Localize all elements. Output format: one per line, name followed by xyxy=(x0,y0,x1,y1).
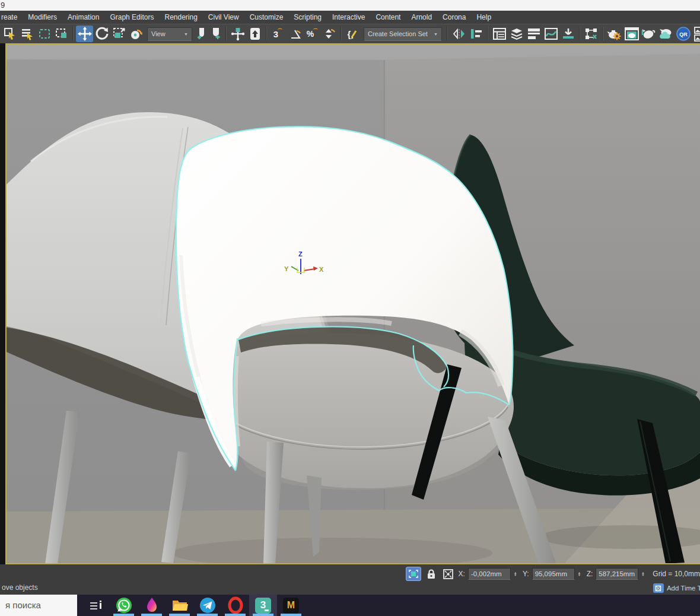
add-time-tag-button[interactable]: Add Time Tag xyxy=(653,583,700,593)
rotate-icon xyxy=(95,27,109,41)
menu-graph-editors[interactable]: Graph Editors xyxy=(104,11,159,24)
toolbar-separator xyxy=(579,27,580,41)
menu-customize[interactable]: Customize xyxy=(244,11,289,24)
menu-animation[interactable]: Animation xyxy=(62,11,104,24)
taskbar-search-input[interactable]: я поиска xyxy=(0,595,77,616)
menu-arnold[interactable]: Arnold xyxy=(406,11,437,24)
keyboard-shortcut-override-button[interactable] xyxy=(246,26,263,42)
taskbar-app-opera[interactable] xyxy=(221,595,249,616)
schematic-view-button[interactable] xyxy=(583,26,600,42)
render-quality-button[interactable]: QR xyxy=(674,26,692,42)
time-tag-icon xyxy=(653,583,664,593)
toggle-ribbon-button[interactable] xyxy=(525,26,542,42)
qr-label: QR xyxy=(679,31,688,37)
task-view-button[interactable] xyxy=(82,595,110,616)
qr-render-icon: QR xyxy=(676,26,691,42)
grid-spacing-label: Grid = 10,0mm xyxy=(653,570,700,578)
select-object-icon xyxy=(4,27,17,40)
select-and-manipulate-button[interactable] xyxy=(229,26,246,42)
running-indicator xyxy=(281,614,301,616)
edit-named-selection-sets-button[interactable]: { xyxy=(344,26,361,42)
selection-center-icon xyxy=(210,27,222,41)
manipulate-icon xyxy=(231,27,245,41)
align-button[interactable] xyxy=(467,26,485,42)
render-to-texture-button[interactable] xyxy=(559,26,577,42)
percent-snap-button[interactable]: % ⌒ xyxy=(304,26,321,42)
menu-corona[interactable]: Corona xyxy=(437,11,471,24)
add-time-tag-label: Add Time Tag xyxy=(667,585,700,592)
taskbar-app-paint-drop[interactable] xyxy=(138,595,166,616)
opera-icon xyxy=(227,596,244,614)
named-selection-set-value: Create Selection Set xyxy=(368,30,429,37)
y-coord-spinner[interactable]: ▲▼ xyxy=(578,569,584,579)
selection-region-icon xyxy=(38,27,51,40)
whatsapp-icon xyxy=(115,596,133,614)
mirror-icon xyxy=(452,27,466,40)
selection-lock-toggle[interactable] xyxy=(424,567,438,580)
x-coord-spinner[interactable]: ▲▼ xyxy=(514,569,520,579)
menu-content[interactable]: Content xyxy=(370,11,406,24)
toggle-scene-explorer-button[interactable] xyxy=(491,26,508,42)
align-icon xyxy=(469,27,483,40)
named-selection-set-dropdown[interactable]: Create Selection Set ▼ xyxy=(364,27,442,41)
toolbar-separator xyxy=(447,27,448,41)
window-title-fragment: 9 xyxy=(1,1,5,9)
snap-toggle-3d-button[interactable]: 3 ⌒ xyxy=(269,26,287,42)
taskbar-app-file-explorer[interactable] xyxy=(166,595,193,616)
render-in-cloud-button[interactable] xyxy=(657,26,674,42)
m-app-icon: M xyxy=(283,598,299,614)
y-coord-field[interactable]: 95,095mm xyxy=(532,568,575,580)
z-coord-field[interactable]: 587,215mm xyxy=(596,568,638,580)
menu-create[interactable]: reate xyxy=(0,11,23,24)
window-crossing-button[interactable] xyxy=(53,26,70,42)
perspective-viewport[interactable]: Z X Y xyxy=(0,43,700,564)
state-sets-button[interactable] xyxy=(692,26,700,42)
menu-civil-view[interactable]: Civil View xyxy=(203,11,244,24)
isolate-selection-toggle[interactable] xyxy=(406,567,421,581)
running-indicator xyxy=(253,614,273,616)
select-and-rotate-button[interactable] xyxy=(93,26,110,42)
use-selection-center-button[interactable] xyxy=(209,26,223,42)
snap-magnet-icon: ⌒ xyxy=(277,27,282,35)
taskbar-app-m[interactable]: M xyxy=(277,595,305,616)
menu-help[interactable]: Help xyxy=(471,11,497,24)
menu-interactive[interactable]: Interactive xyxy=(327,11,370,24)
move-icon xyxy=(78,27,92,41)
pencil-icon xyxy=(351,28,358,39)
isolate-selection-icon xyxy=(409,570,418,578)
keyboard-override-icon xyxy=(248,27,262,41)
taskbar-app-telegram[interactable] xyxy=(193,595,221,616)
viewport-scene: Z X Y xyxy=(0,43,700,564)
rendered-frame-window-button[interactable] xyxy=(640,26,657,42)
reference-coordinate-dropdown[interactable]: View ▼ xyxy=(147,27,192,41)
x-coord-value: -0,002mm xyxy=(471,570,502,577)
status-bar: X: -0,002mm ▲▼ Y: 95,095mm ▲▼ Z: 587,215… xyxy=(0,564,700,595)
z-coord-spinner[interactable]: ▲▼ xyxy=(641,569,647,579)
rendered-frame-teapot-icon xyxy=(641,27,657,41)
mirror-button[interactable] xyxy=(450,26,467,42)
select-and-scale-button[interactable] xyxy=(110,26,128,42)
absolute-offset-mode-toggle[interactable] xyxy=(441,567,456,580)
select-and-move-button[interactable] xyxy=(76,26,93,42)
running-indicator xyxy=(113,614,134,616)
running-indicator xyxy=(141,614,162,616)
select-and-place-button[interactable] xyxy=(128,26,145,42)
angle-snap-button[interactable] xyxy=(287,26,304,42)
selection-region-button[interactable] xyxy=(36,26,53,42)
x-coord-field[interactable]: -0,002mm xyxy=(468,568,511,580)
taskbar-app-whatsapp[interactable] xyxy=(110,595,138,616)
material-editor-button[interactable] xyxy=(606,26,623,42)
spinner-snap-button[interactable] xyxy=(321,26,338,42)
menu-rendering[interactable]: Rendering xyxy=(159,11,202,24)
use-pivot-point-center-button[interactable] xyxy=(195,26,209,42)
main-toolbar: View ▼ 3 ⌒ xyxy=(0,24,700,43)
select-object-button[interactable] xyxy=(1,26,18,42)
taskbar-app-3dsmax[interactable]: 3 xyxy=(249,595,277,616)
menu-modifiers[interactable]: Modifiers xyxy=(23,11,62,24)
menu-scripting[interactable]: Scripting xyxy=(288,11,327,24)
gizmo-y-label: Y xyxy=(284,265,289,272)
select-by-name-button[interactable] xyxy=(18,26,36,42)
render-setup-button[interactable] xyxy=(623,26,640,42)
toggle-layer-explorer-button[interactable] xyxy=(508,26,525,42)
curve-editor-button[interactable] xyxy=(542,26,559,42)
